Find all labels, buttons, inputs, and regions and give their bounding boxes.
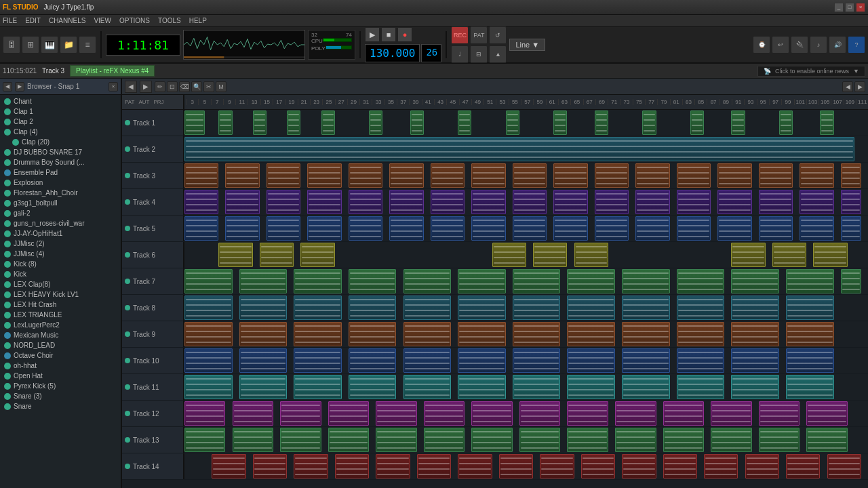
browser-item[interactable]: LEX HEAVY Kick LV1: [0, 289, 121, 300]
pattern-block[interactable]: [233, 401, 273, 426]
news-expand[interactable]: ▼: [853, 68, 859, 75]
pattern-block[interactable]: [800, 163, 833, 188]
track-content[interactable]: [184, 163, 868, 188]
pattern-block[interactable]: [458, 269, 506, 293]
play-button[interactable]: ▶: [365, 27, 380, 42]
pattern-block[interactable]: [820, 110, 833, 135]
pattern-block[interactable]: [403, 322, 452, 346]
pattern-block[interactable]: [471, 163, 505, 188]
pattern-block[interactable]: [759, 190, 793, 214]
track-content[interactable]: [184, 374, 868, 400]
loop-btn[interactable]: ↺: [489, 26, 507, 44]
pattern-block[interactable]: [745, 454, 779, 479]
help-btn[interactable]: ?: [848, 36, 865, 54]
track-content[interactable]: [184, 321, 868, 347]
pattern-block[interactable]: [841, 216, 861, 241]
pattern-block[interactable]: [267, 216, 300, 241]
pattern-block[interactable]: [239, 348, 288, 373]
browser-item[interactable]: LexLugerPerc2: [0, 320, 121, 330]
track-label[interactable]: Track 6: [122, 242, 184, 268]
track-content[interactable]: [184, 348, 868, 373]
pattern-block[interactable]: [471, 190, 505, 214]
browser-close[interactable]: ×: [108, 82, 118, 92]
browser-item[interactable]: Kick: [0, 269, 121, 279]
pattern-block[interactable]: [786, 375, 834, 399]
pattern-block[interactable]: [349, 375, 397, 399]
track-content[interactable]: [184, 216, 868, 241]
track-content[interactable]: [184, 268, 868, 294]
select-tool[interactable]: ⊡: [167, 81, 178, 92]
track-content[interactable]: [184, 295, 868, 321]
pattern-block[interactable]: [280, 428, 321, 452]
track-label[interactable]: Track 12: [122, 401, 184, 426]
pattern-block[interactable]: [431, 216, 465, 241]
pattern-block[interactable]: [389, 190, 423, 214]
cut-tool[interactable]: ✂: [203, 81, 214, 92]
pattern-block[interactable]: [184, 137, 854, 161]
pattern-block[interactable]: [635, 216, 669, 241]
browser-back[interactable]: ◀: [3, 82, 12, 92]
browser-item[interactable]: JJ-AY-OpHiHat1: [0, 228, 121, 239]
pattern-block[interactable]: [225, 216, 259, 241]
pattern-block[interactable]: [806, 401, 847, 426]
pattern-block[interactable]: [513, 322, 561, 346]
pattern-block[interactable]: [218, 243, 252, 267]
pattern-block[interactable]: [369, 110, 382, 135]
pattern-block[interactable]: [533, 243, 567, 267]
plugin-manager[interactable]: 🔌: [791, 36, 808, 54]
plugin-picker[interactable]: ⌚: [753, 36, 770, 54]
track-content[interactable]: [184, 242, 868, 268]
pattern-block[interactable]: [184, 296, 233, 320]
pattern-block[interactable]: [294, 375, 342, 399]
track-label[interactable]: Track 13: [122, 427, 184, 453]
pattern-block[interactable]: [499, 454, 533, 479]
pattern-block[interactable]: [239, 269, 288, 293]
pattern-block[interactable]: [731, 110, 745, 135]
browser-item[interactable]: Pyrex Kick (5): [0, 381, 121, 391]
pattern-block[interactable]: [595, 216, 629, 241]
pattern-block[interactable]: [800, 216, 833, 241]
pattern-block[interactable]: [663, 454, 697, 479]
browser-item[interactable]: JJMisc (2): [0, 239, 121, 249]
draw-tool[interactable]: ✏: [155, 81, 165, 92]
pattern-block[interactable]: [553, 216, 587, 241]
pattern-block[interactable]: [759, 216, 793, 241]
track-label[interactable]: Track 9: [122, 321, 184, 347]
pattern-block[interactable]: [376, 401, 416, 426]
menu-help[interactable]: HELP: [189, 17, 207, 24]
pattern-block[interactable]: [471, 428, 512, 452]
pattern-block[interactable]: [513, 269, 561, 293]
pattern-block[interactable]: [786, 322, 834, 346]
line-mode-selector[interactable]: Line ▼: [509, 39, 545, 51]
menu-tools[interactable]: TOOLS: [158, 17, 181, 24]
pattern-block[interactable]: [622, 322, 670, 346]
pattern-block[interactable]: [513, 348, 561, 373]
pattern-block[interactable]: [349, 296, 397, 320]
pattern-block[interactable]: [595, 110, 608, 135]
playlist-nav-fwd[interactable]: ▶: [140, 81, 152, 93]
track-content[interactable]: [184, 189, 868, 215]
pattern-block[interactable]: [786, 454, 820, 479]
pattern-block[interactable]: [759, 401, 800, 426]
menu-options[interactable]: OPTIONS: [119, 17, 150, 24]
track-label[interactable]: Track 10: [122, 348, 184, 373]
track-label[interactable]: Track 5: [122, 216, 184, 241]
pattern-block[interactable]: [307, 190, 341, 214]
pattern-block[interactable]: [184, 110, 205, 135]
playlist-btn[interactable]: ≡: [79, 36, 96, 54]
pattern-block[interactable]: [574, 243, 608, 267]
browser-item[interactable]: JJMisc (4): [0, 249, 121, 259]
pattern-block[interactable]: [567, 401, 608, 426]
pattern-block[interactable]: [307, 163, 341, 188]
audio-settings[interactable]: 🔊: [829, 36, 846, 54]
track-content[interactable]: [184, 110, 868, 136]
pattern-block[interactable]: [841, 190, 861, 214]
pattern-block[interactable]: [280, 401, 321, 426]
pattern-block[interactable]: [717, 190, 751, 214]
pattern-block[interactable]: [349, 322, 397, 346]
pattern-block[interactable]: [335, 454, 369, 479]
pattern-block[interactable]: [225, 163, 259, 188]
browser-btn[interactable]: 📁: [60, 36, 77, 54]
pattern-block[interactable]: [595, 163, 629, 188]
pattern-block[interactable]: [677, 269, 725, 293]
